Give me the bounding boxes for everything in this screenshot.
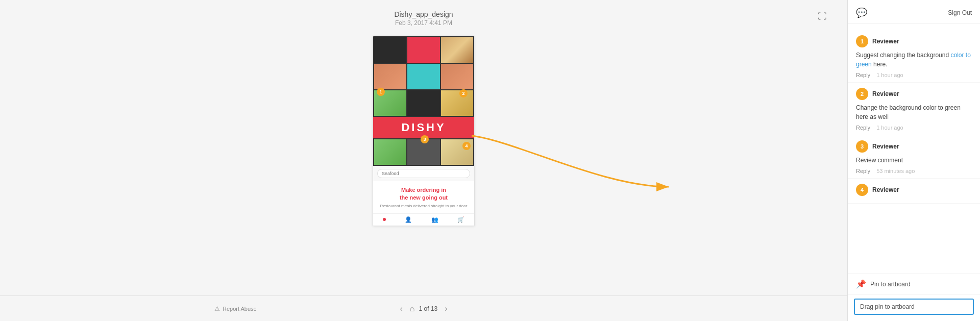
prev-page-button[interactable]: ‹: [397, 303, 405, 314]
avatar-3: 3: [856, 140, 868, 153]
grid-cell-2: [407, 37, 439, 63]
pagination-group: ‹ ⌂ 1 of 13 ›: [397, 303, 450, 314]
reviewer-name-4: Reviewer: [872, 186, 899, 193]
artboard-search-input: [377, 169, 470, 178]
artboard-headline: Make ordering in the new going out: [379, 186, 468, 202]
comment-actions-1: Reply 1 hour ago: [856, 72, 972, 78]
comment-highlight-1: color to green: [856, 52, 971, 68]
nav-icon-person: 👤: [405, 216, 412, 223]
reply-button-1[interactable]: Reply: [856, 72, 870, 78]
grid-cell-6: [441, 64, 473, 89]
artboard-bottom-nav: 👤 👥 🛒: [373, 213, 474, 226]
grid-cell-3: [441, 37, 473, 63]
pin-badge-2[interactable]: 2: [459, 89, 468, 97]
home-icon[interactable]: ⌂: [410, 304, 415, 313]
comment-actions-3: Reply 53 minutes ago: [856, 168, 972, 174]
drag-pin-input[interactable]: [854, 299, 974, 315]
file-date: Feb 3, 2017 4:41 PM: [394, 19, 453, 27]
artboard-search-bar: [373, 166, 474, 181]
avatar-2: 2: [856, 88, 868, 100]
artboard-subtext: Restaurant meals delivered straight to y…: [379, 204, 468, 208]
right-header: 💬 Sign Out: [848, 0, 980, 24]
comments-list: 1 Reviewer Suggest changing the backgrou…: [848, 24, 980, 274]
dishy-logo: DISHY: [401, 121, 446, 134]
grid-cell-9: [441, 90, 473, 116]
avatar-1: 1: [856, 35, 868, 47]
pin-badge-3[interactable]: 3: [421, 135, 429, 143]
grid2-cell-1: [374, 139, 406, 165]
grid-cell-5: [407, 64, 439, 89]
comment-header-2: 2 Reviewer: [856, 88, 972, 100]
comment-actions-2: Reply 1 hour ago: [856, 125, 972, 131]
pin-badge-1[interactable]: 1: [377, 88, 385, 96]
sign-out-button[interactable]: Sign Out: [948, 9, 972, 16]
pin-icon: 📌: [856, 279, 866, 289]
pin-section: 📌 Pin to artboard: [848, 274, 980, 294]
artboard: DISHY Make ordering: [373, 36, 475, 226]
reply-button-2[interactable]: Reply: [856, 125, 870, 131]
artboard-wrapper: DISHY Make ordering: [373, 36, 475, 226]
left-panel: Dishy_app_design Feb 3, 2017 4:41 PM ⛶: [0, 0, 847, 321]
comment-header-3: 3 Reviewer: [856, 140, 972, 153]
nav-dot-active: [383, 218, 386, 221]
comment-header-4: 4 Reviewer: [856, 184, 972, 196]
artboard-content: Make ordering in the new going out Resta…: [373, 181, 474, 213]
reviewer-name-3: Reviewer: [872, 143, 899, 150]
time-label-3: 53 minutes ago: [876, 168, 915, 174]
comment-item-3: 3 Reviewer Review comment Reply 53 minut…: [848, 135, 980, 179]
main-layout: Dishy_app_design Feb 3, 2017 4:41 PM ⛶: [0, 0, 980, 321]
report-abuse-link[interactable]: ⚠ Report Abuse: [214, 305, 257, 312]
file-title: Dishy_app_design: [394, 10, 453, 18]
comment-header-1: 1 Reviewer: [856, 35, 972, 47]
comment-text-2: Change the background color to green her…: [856, 103, 972, 121]
bottom-bar: ⚠ Report Abuse ‹ ⌂ 1 of 13 ›: [0, 295, 847, 321]
right-panel: 💬 Sign Out 1 Reviewer Suggest changing t…: [847, 0, 980, 321]
comment-text-1: Suggest changing the background color to…: [856, 51, 972, 69]
reply-button-3[interactable]: Reply: [856, 168, 870, 174]
next-page-button[interactable]: ›: [442, 303, 450, 314]
time-label-1: 1 hour ago: [876, 72, 903, 78]
avatar-4: 4: [856, 184, 868, 196]
expand-icon[interactable]: ⛶: [818, 11, 827, 22]
drag-pin-input-wrapper: [848, 294, 980, 321]
grid-cell-8: [407, 90, 439, 116]
comment-item-4: 4 Reviewer: [848, 179, 980, 204]
comment-item-2: 2 Reviewer Change the background color t…: [848, 83, 980, 135]
nav-icon-group: 👥: [431, 216, 438, 223]
chat-icon: 💬: [856, 7, 867, 18]
reviewer-name-2: Reviewer: [872, 90, 899, 97]
page-info: 1 of 13: [419, 305, 437, 312]
pin-badge-4[interactable]: 4: [462, 142, 471, 150]
grid-cell-4: [374, 64, 406, 89]
flag-icon: ⚠: [214, 305, 220, 312]
nav-icon-cart: 🛒: [457, 216, 464, 223]
reviewer-name-1: Reviewer: [872, 38, 899, 45]
grid-cell-1: [374, 37, 406, 63]
time-label-2: 1 hour ago: [876, 125, 903, 131]
comment-item-1: 1 Reviewer Suggest changing the backgrou…: [848, 30, 980, 83]
image-grid: [373, 36, 474, 117]
comment-text-3: Review comment: [856, 156, 972, 165]
pin-label: Pin to artboard: [870, 281, 911, 288]
